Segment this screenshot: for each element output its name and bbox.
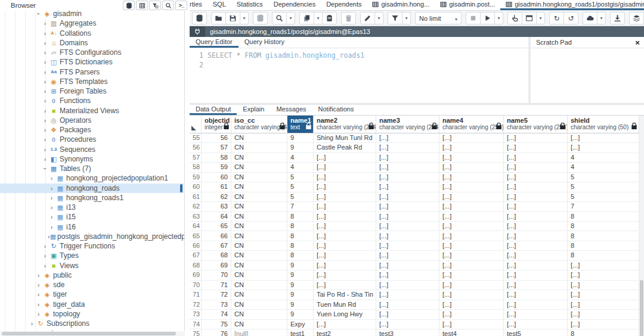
row-number-cell[interactable]: 69	[190, 270, 202, 280]
data-cell[interactable]: [...]	[439, 232, 504, 241]
column-header-name4[interactable]: name4character varying (254)	[439, 116, 504, 133]
data-cell[interactable]: 68	[202, 251, 231, 260]
display-menu-button[interactable]	[629, 12, 644, 24]
data-cell[interactable]: [...]	[376, 212, 439, 222]
column-header-name2[interactable]: name2character varying (254)	[314, 116, 376, 133]
data-cell[interactable]: [...]	[568, 261, 639, 270]
data-cell[interactable]: [...]	[376, 232, 439, 241]
data-cell[interactable]: [...]	[504, 153, 568, 163]
data-cell[interactable]: [...]	[314, 192, 376, 202]
data-cell[interactable]: 5	[287, 192, 314, 202]
row-number-cell[interactable]: 60	[190, 182, 202, 192]
tree-item-subscriptions[interactable]: ›↻Subscriptions	[0, 319, 184, 328]
tree-item-fts-configurations[interactable]: ›▱FTS Configurations	[0, 48, 184, 57]
chevron-expanded-icon[interactable]: ›	[42, 165, 49, 173]
editor-tab-query-editor[interactable]: Query Editor	[190, 37, 239, 48]
data-cell[interactable]: [...]	[376, 153, 439, 163]
data-cell[interactable]: [...]	[314, 202, 376, 211]
tree-item-foreign-tables[interactable]: ›⊞Foreign Tables	[0, 86, 184, 96]
data-cell[interactable]: [...]	[568, 300, 639, 310]
data-cell[interactable]: CN	[231, 281, 287, 290]
data-cell[interactable]: [...]	[314, 232, 376, 241]
tree-item-topology[interactable]: ›◈topology	[0, 309, 184, 319]
delete-button[interactable]	[341, 12, 356, 24]
tree-item-postgis-gisadmin-hongkong-projectedpopulation1[interactable]: ›▦postgis_gisadmin_hongkong_projectedpop…	[0, 232, 184, 241]
data-cell[interactable]: CN	[231, 133, 287, 143]
editor-code[interactable]: SELECT * FROM gisadmin.hongkong_roads1	[208, 48, 364, 70]
data-cell[interactable]: Yuen Long Hwy	[314, 310, 376, 319]
data-cell[interactable]: CN	[231, 320, 287, 329]
output-tab-notifications[interactable]: Notifications	[312, 105, 360, 115]
row-number-cell[interactable]: 62	[190, 202, 202, 211]
chevron-collapsed-icon[interactable]: ›	[41, 146, 49, 153]
data-cell[interactable]: CN	[231, 153, 287, 163]
data-cell[interactable]: [...]	[314, 281, 376, 290]
data-cell[interactable]: 9	[287, 133, 314, 143]
row-number-cell[interactable]: 66	[190, 241, 202, 251]
row-number-cell[interactable]: 71	[190, 290, 202, 300]
row-number-cell[interactable]: 64	[190, 222, 202, 231]
explain-button[interactable]	[507, 12, 522, 24]
data-cell[interactable]: 4	[287, 153, 314, 163]
execute-menu[interactable]: ▾	[494, 12, 503, 24]
data-cell[interactable]: 58	[202, 153, 231, 163]
tree-item-i15[interactable]: ›▦i15	[0, 212, 184, 222]
output-tab-messages[interactable]: Messages	[270, 105, 312, 115]
chevron-collapsed-icon[interactable]: ›	[41, 30, 49, 37]
data-cell[interactable]: [...]	[376, 182, 439, 192]
data-cell[interactable]: [...]	[439, 310, 504, 319]
data-cell[interactable]: [...]	[376, 261, 439, 270]
data-cell[interactable]: [...]	[568, 290, 639, 300]
row-number-cell[interactable]: 61	[190, 192, 202, 202]
row-number-cell[interactable]: 63	[190, 212, 202, 222]
tree-item-synonyms[interactable]: ›◧Synonyms	[0, 154, 184, 164]
row-number-cell[interactable]: 70	[190, 281, 202, 290]
save-data-changes-button[interactable]	[253, 12, 268, 24]
data-cell[interactable]: [...]	[504, 300, 568, 310]
data-cell[interactable]: 5	[287, 182, 314, 192]
editor-tab-query-history[interactable]: Query History	[239, 37, 290, 48]
paste-button[interactable]	[322, 12, 337, 24]
tree-item-public[interactable]: ›◈public	[0, 270, 184, 280]
data-cell[interactable]: [...]	[504, 133, 568, 143]
data-cell[interactable]: 67	[202, 241, 231, 251]
save-file-menu[interactable]: ▾	[240, 12, 249, 24]
data-cell[interactable]: [...]	[376, 222, 439, 231]
data-cell[interactable]: [...]	[504, 290, 568, 300]
find-button[interactable]	[272, 12, 287, 24]
tab-query-1[interactable]: gisadmin.hong...	[367, 0, 435, 10]
data-cell[interactable]: [...]	[439, 143, 504, 153]
data-cell[interactable]: [...]	[504, 232, 568, 241]
data-cell[interactable]: [...]	[314, 261, 376, 270]
data-cell[interactable]: [...]	[314, 163, 376, 172]
row-number-cell[interactable]: 68	[190, 261, 202, 270]
tab-dependencies[interactable]: Dependencies	[268, 0, 321, 10]
data-cell[interactable]: 63	[202, 202, 231, 211]
scratch-pad-close-icon[interactable]: ×	[631, 38, 644, 47]
tab-dependents[interactable]: Dependents	[321, 0, 367, 10]
row-number-cell[interactable]: 58	[190, 163, 202, 172]
data-cell[interactable]: 9	[287, 270, 314, 280]
edit-menu[interactable]: ▾	[374, 12, 383, 24]
data-cell[interactable]: [...]	[314, 222, 376, 231]
data-cell[interactable]: [...]	[504, 182, 568, 192]
data-cell[interactable]: [...]	[439, 320, 504, 329]
data-cell[interactable]: [...]	[376, 320, 439, 329]
chevron-collapsed-icon[interactable]: ›	[41, 39, 49, 46]
data-cell[interactable]: [...]	[376, 202, 439, 211]
data-cell[interactable]: 4	[287, 163, 314, 172]
data-cell[interactable]: [...]	[568, 133, 639, 143]
tab-query-active[interactable]: gisadmin.hongkong_roads1/postgis/gisadmi…	[500, 0, 644, 10]
tree-item-hongkong-roads[interactable]: ›▦hongkong_roads	[0, 183, 184, 193]
data-cell[interactable]: CN	[231, 143, 287, 153]
data-cell[interactable]: [...]	[376, 143, 439, 153]
row-number-cell[interactable]: 67	[190, 251, 202, 260]
chevron-collapsed-icon[interactable]: ›	[28, 320, 36, 327]
filter-menu[interactable]: ▾	[402, 12, 411, 24]
chevron-collapsed-icon[interactable]: ›	[41, 97, 49, 104]
data-cell[interactable]: [...]	[376, 251, 439, 260]
data-cell[interactable]: [...]	[439, 270, 504, 280]
data-cell[interactable]: 8	[568, 251, 639, 260]
data-cell[interactable]: 8	[287, 251, 314, 260]
data-cell[interactable]: [...]	[504, 222, 568, 231]
